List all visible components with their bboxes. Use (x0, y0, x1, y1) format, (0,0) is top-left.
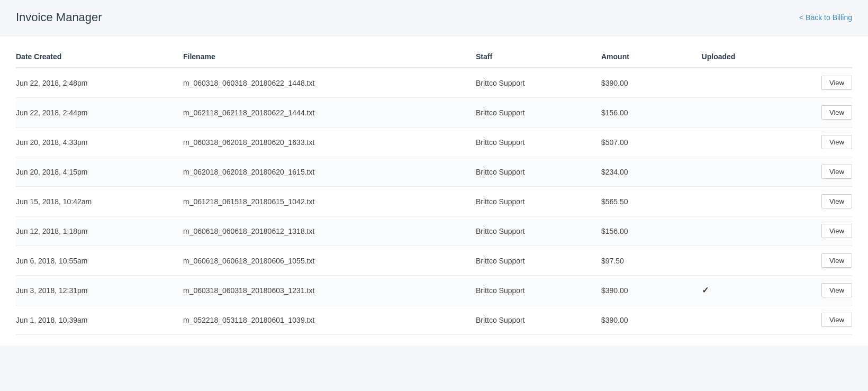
cell-uploaded (702, 157, 785, 187)
cell-uploaded: ✓ (702, 276, 785, 305)
cell-action: View (785, 246, 852, 276)
table-row: Jun 22, 2018, 2:48pmm_060318_060318_2018… (16, 68, 852, 98)
col-header-amount: Amount (601, 46, 702, 68)
cell-uploaded (702, 98, 785, 128)
view-button[interactable]: View (821, 224, 852, 238)
view-button[interactable]: View (821, 135, 852, 149)
cell-staff: Brittco Support (476, 246, 601, 276)
cell-filename: m_060318_060318_20180622_1448.txt (183, 68, 476, 98)
cell-staff: Brittco Support (476, 128, 601, 157)
cell-date: Jun 22, 2018, 2:48pm (16, 68, 183, 98)
cell-action: View (785, 305, 852, 335)
col-header-filename: Filename (183, 46, 476, 68)
cell-filename: m_060318_062018_20180620_1633.txt (183, 128, 476, 157)
invoice-table: Date Created Filename Staff Amount Uploa… (16, 46, 852, 335)
cell-date: Jun 1, 2018, 10:39am (16, 305, 183, 335)
cell-action: View (785, 216, 852, 246)
cell-date: Jun 20, 2018, 4:33pm (16, 128, 183, 157)
cell-action: View (785, 157, 852, 187)
cell-uploaded (702, 68, 785, 98)
cell-date: Jun 15, 2018, 10:42am (16, 187, 183, 216)
view-button[interactable]: View (821, 313, 852, 327)
cell-staff: Brittco Support (476, 157, 601, 187)
col-header-date: Date Created (16, 46, 183, 68)
table-row: Jun 22, 2018, 2:44pmm_062118_062118_2018… (16, 98, 852, 128)
cell-staff: Brittco Support (476, 305, 601, 335)
cell-uploaded (702, 216, 785, 246)
cell-amount: $390.00 (601, 305, 702, 335)
col-header-staff: Staff (476, 46, 601, 68)
view-button[interactable]: View (821, 253, 852, 268)
cell-staff: Brittco Support (476, 68, 601, 98)
table-row: Jun 1, 2018, 10:39amm_052218_053118_2018… (16, 305, 852, 335)
page-header: Invoice Manager < Back to Billing (0, 0, 868, 35)
table-row: Jun 6, 2018, 10:55amm_060618_060618_2018… (16, 246, 852, 276)
table-header: Date Created Filename Staff Amount Uploa… (16, 46, 852, 68)
cell-uploaded (702, 246, 785, 276)
page-container: Invoice Manager < Back to Billing Date C… (0, 0, 868, 391)
cell-filename: m_060618_060618_20180612_1318.txt (183, 216, 476, 246)
cell-amount: $156.00 (601, 98, 702, 128)
table-row: Jun 3, 2018, 12:31pmm_060318_060318_2018… (16, 276, 852, 305)
view-button[interactable]: View (821, 105, 852, 120)
table-row: Jun 15, 2018, 10:42amm_061218_061518_201… (16, 187, 852, 216)
cell-date: Jun 20, 2018, 4:15pm (16, 157, 183, 187)
cell-filename: m_062018_062018_20180620_1615.txt (183, 157, 476, 187)
cell-amount: $234.00 (601, 157, 702, 187)
cell-action: View (785, 187, 852, 216)
view-button[interactable]: View (821, 165, 852, 179)
table-header-row: Date Created Filename Staff Amount Uploa… (16, 46, 852, 68)
uploaded-checkmark-icon: ✓ (702, 286, 709, 295)
cell-filename: m_052218_053118_20180601_1039.txt (183, 305, 476, 335)
col-header-uploaded: Uploaded (702, 46, 785, 68)
cell-date: Jun 22, 2018, 2:44pm (16, 98, 183, 128)
view-button[interactable]: View (821, 283, 852, 297)
cell-filename: m_062118_062118_20180622_1444.txt (183, 98, 476, 128)
cell-action: View (785, 276, 852, 305)
cell-amount: $97.50 (601, 246, 702, 276)
cell-amount: $390.00 (601, 68, 702, 98)
page-title: Invoice Manager (16, 11, 102, 24)
view-button[interactable]: View (821, 76, 852, 90)
invoice-table-container: Date Created Filename Staff Amount Uploa… (16, 46, 852, 335)
cell-date: Jun 12, 2018, 1:18pm (16, 216, 183, 246)
cell-staff: Brittco Support (476, 98, 601, 128)
content-area: Date Created Filename Staff Amount Uploa… (0, 35, 868, 345)
cell-date: Jun 3, 2018, 12:31pm (16, 276, 183, 305)
cell-amount: $565.50 (601, 187, 702, 216)
cell-uploaded (702, 128, 785, 157)
table-row: Jun 20, 2018, 4:33pmm_060318_062018_2018… (16, 128, 852, 157)
cell-date: Jun 6, 2018, 10:55am (16, 246, 183, 276)
cell-staff: Brittco Support (476, 276, 601, 305)
cell-staff: Brittco Support (476, 187, 601, 216)
cell-action: View (785, 128, 852, 157)
table-body: Jun 22, 2018, 2:48pmm_060318_060318_2018… (16, 68, 852, 335)
cell-action: View (785, 68, 852, 98)
cell-amount: $507.00 (601, 128, 702, 157)
table-row: Jun 20, 2018, 4:15pmm_062018_062018_2018… (16, 157, 852, 187)
cell-uploaded (702, 187, 785, 216)
back-to-billing-link[interactable]: < Back to Billing (799, 13, 852, 22)
cell-filename: m_060318_060318_20180603_1231.txt (183, 276, 476, 305)
cell-uploaded (702, 305, 785, 335)
cell-amount: $156.00 (601, 216, 702, 246)
cell-filename: m_060618_060618_20180606_1055.txt (183, 246, 476, 276)
view-button[interactable]: View (821, 194, 852, 208)
col-header-action (785, 46, 852, 68)
cell-action: View (785, 98, 852, 128)
cell-filename: m_061218_061518_20180615_1042.txt (183, 187, 476, 216)
cell-amount: $390.00 (601, 276, 702, 305)
table-row: Jun 12, 2018, 1:18pmm_060618_060618_2018… (16, 216, 852, 246)
cell-staff: Brittco Support (476, 216, 601, 246)
